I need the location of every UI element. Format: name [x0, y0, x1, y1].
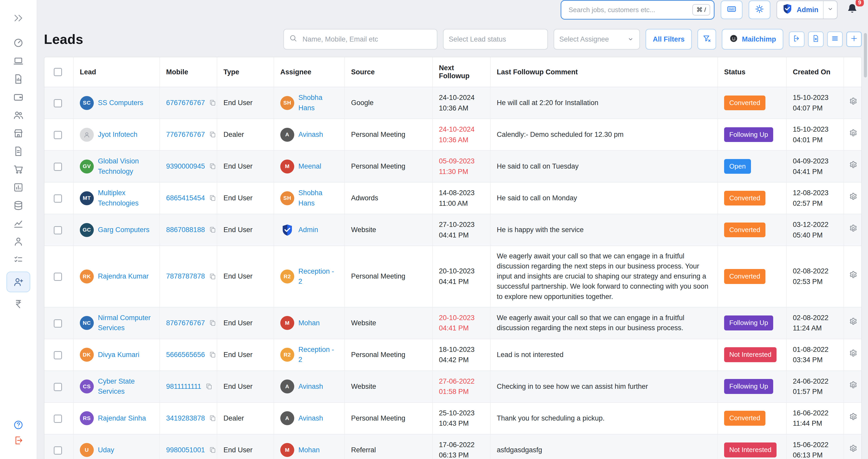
row-settings-icon[interactable] [848, 97, 858, 106]
lead-status-select[interactable]: Select Lead status [443, 29, 548, 50]
nav-orders[interactable] [6, 163, 30, 175]
row-checkbox[interactable] [54, 99, 62, 107]
nav-team[interactable] [6, 109, 30, 121]
nav-store[interactable] [6, 127, 30, 139]
copy-icon[interactable] [209, 99, 216, 106]
columns-button[interactable] [827, 32, 843, 47]
assignee-link[interactable]: Avinash [299, 130, 323, 140]
row-checkbox[interactable] [54, 383, 62, 391]
assignee-link[interactable]: Avinash [299, 382, 323, 392]
assignee-link[interactable]: Shobha Hans [299, 93, 338, 113]
lead-name-link[interactable]: Nirmal Computer Services [98, 313, 153, 333]
row-checkbox[interactable] [54, 319, 62, 328]
global-search[interactable]: ⌘ / [561, 0, 715, 20]
mobile-link[interactable]: 3419283878 [166, 413, 205, 423]
all-filters-button[interactable]: All Filters [646, 29, 692, 50]
mobile-link[interactable]: 9390000945 [166, 161, 205, 171]
copy-icon[interactable] [209, 319, 216, 327]
select-all-checkbox[interactable] [54, 68, 62, 76]
row-checkbox[interactable] [54, 273, 62, 281]
help-button[interactable] [13, 419, 24, 431]
copy-icon[interactable] [209, 131, 216, 138]
copy-icon[interactable] [209, 226, 216, 233]
leads-search-input[interactable] [302, 35, 432, 44]
mobile-link[interactable]: 9980051001 [166, 445, 205, 455]
export-button[interactable] [808, 32, 824, 47]
copy-icon[interactable] [209, 194, 216, 202]
sidebar-expand[interactable] [6, 12, 30, 24]
mobile-link[interactable]: 7767676767 [166, 130, 205, 140]
row-settings-icon[interactable] [848, 192, 858, 202]
copy-icon[interactable] [209, 273, 216, 280]
row-settings-icon[interactable] [848, 128, 858, 138]
mobile-link[interactable]: 5666565656 [166, 350, 205, 360]
nav-analytics[interactable] [6, 217, 30, 230]
row-settings-icon[interactable] [848, 270, 858, 280]
assignee-link[interactable]: Meenal [299, 161, 321, 171]
mobile-link[interactable]: 8867088188 [166, 225, 205, 235]
assignee-select[interactable]: Select Assignee [554, 29, 640, 50]
keyboard-shortcuts-button[interactable] [721, 1, 742, 19]
copy-icon[interactable] [209, 415, 216, 422]
clear-filters-button[interactable] [698, 29, 716, 50]
nav-documents[interactable] [6, 145, 30, 158]
row-checkbox[interactable] [54, 194, 62, 203]
row-settings-icon[interactable] [848, 160, 858, 170]
row-settings-icon[interactable] [848, 444, 858, 454]
lead-name-link[interactable]: Multiplex Technologies [98, 188, 153, 208]
row-settings-icon[interactable] [848, 317, 858, 327]
copy-icon[interactable] [209, 163, 216, 170]
row-checkbox[interactable] [54, 446, 62, 455]
global-search-input[interactable] [567, 5, 692, 14]
nav-reports[interactable] [6, 73, 30, 85]
row-checkbox[interactable] [54, 131, 62, 139]
assignee-link[interactable]: Reception - 2 [299, 345, 338, 365]
mobile-link[interactable]: 6865415454 [166, 193, 205, 203]
leads-search[interactable] [283, 29, 437, 50]
assignee-link[interactable]: Shobha Hans [299, 188, 338, 208]
assignee-link[interactable]: Mohan [299, 318, 320, 328]
nav-inventory[interactable] [6, 199, 30, 212]
add-lead-button[interactable] [846, 32, 862, 47]
mobile-link[interactable]: 7878787878 [166, 271, 205, 282]
admin-menu[interactable]: Admin [777, 1, 838, 19]
copy-icon[interactable] [206, 383, 213, 390]
nav-devices[interactable] [6, 55, 30, 67]
nav-finance[interactable] [6, 298, 30, 310]
nav-stats[interactable] [6, 181, 30, 194]
lead-name-link[interactable]: SS Computers [98, 98, 144, 108]
nav-tasks[interactable] [6, 254, 30, 266]
notifications-button[interactable]: 9 [846, 2, 859, 17]
row-checkbox[interactable] [54, 351, 62, 359]
row-checkbox[interactable] [54, 415, 62, 423]
copy-icon[interactable] [209, 446, 216, 454]
assignee-link[interactable]: Mohan [299, 445, 320, 455]
nav-leads[interactable] [6, 271, 30, 292]
lead-name-link[interactable]: Divya Kumari [98, 350, 140, 360]
scrollbar-thumb[interactable] [864, 33, 867, 77]
import-button[interactable] [789, 32, 804, 47]
nav-customers[interactable] [6, 235, 30, 248]
row-settings-icon[interactable] [848, 412, 858, 422]
copy-icon[interactable] [209, 351, 216, 358]
mailchimp-button[interactable]: Mailchimp [722, 29, 783, 50]
assignee-link[interactable]: Reception - 2 [299, 266, 338, 287]
row-settings-icon[interactable] [848, 380, 858, 390]
lead-name-link[interactable]: Rajendar Sinha [98, 413, 146, 423]
assignee-link[interactable]: Avinash [299, 413, 323, 423]
mobile-link[interactable]: 9811111111 [166, 382, 201, 392]
lead-name-link[interactable]: Jyot Infotech [98, 130, 137, 140]
row-settings-icon[interactable] [848, 349, 858, 358]
theme-toggle-button[interactable] [749, 1, 770, 19]
lead-name-link[interactable]: Cyber State Services [98, 376, 153, 396]
row-checkbox[interactable] [54, 163, 62, 171]
row-checkbox[interactable] [54, 226, 62, 234]
row-settings-icon[interactable] [848, 224, 858, 233]
assignee-link[interactable]: Admin [299, 225, 318, 235]
mobile-link[interactable]: 6767676767 [166, 98, 205, 108]
admin-menu-caret[interactable] [823, 1, 837, 19]
nav-dashboard[interactable] [6, 37, 30, 49]
lead-name-link[interactable]: Rajendra Kumar [98, 271, 149, 282]
lead-name-link[interactable]: Garg Computers [98, 225, 150, 235]
lead-name-link[interactable]: Global Vision Technology [98, 156, 153, 176]
